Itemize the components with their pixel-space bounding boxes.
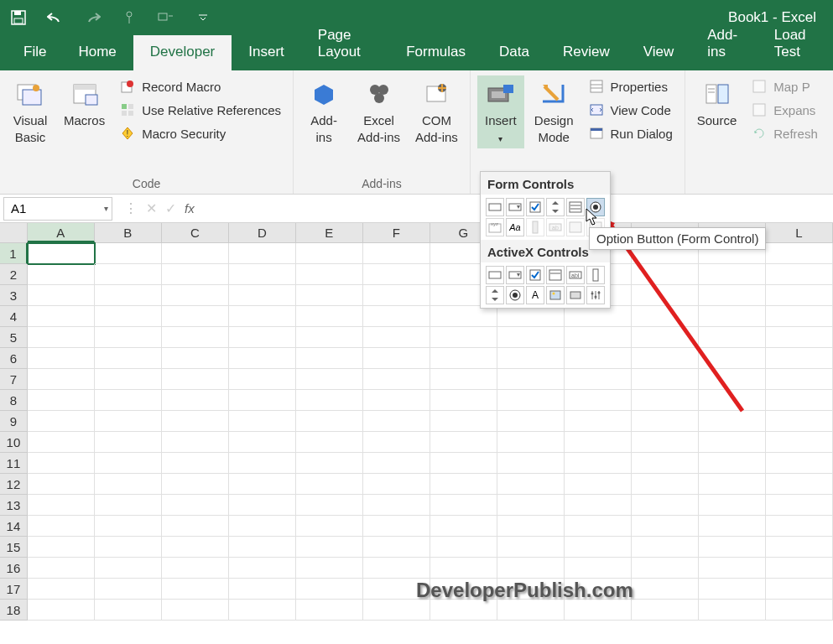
form-textfield-icon[interactable]: ab <box>546 218 565 236</box>
cell[interactable] <box>162 306 229 327</box>
cell[interactable] <box>632 285 699 306</box>
cell[interactable] <box>95 306 162 327</box>
activex-commandbutton-icon[interactable] <box>486 266 504 284</box>
cell[interactable] <box>632 369 699 390</box>
form-listbox-icon[interactable] <box>566 198 585 216</box>
cell[interactable] <box>162 558 229 579</box>
cell[interactable] <box>699 579 766 600</box>
cell[interactable] <box>497 348 565 369</box>
cell[interactable] <box>430 327 497 348</box>
cell[interactable] <box>632 537 699 558</box>
cell[interactable] <box>699 474 766 495</box>
cell[interactable] <box>95 432 162 453</box>
cell[interactable] <box>565 537 632 558</box>
col-header-L[interactable]: L <box>766 223 833 242</box>
row-header[interactable]: 13 <box>0 495 28 516</box>
cell[interactable] <box>565 474 632 495</box>
cell[interactable] <box>497 600 565 621</box>
cell[interactable] <box>229 453 296 474</box>
cell[interactable] <box>296 579 363 600</box>
cell[interactable] <box>95 558 162 579</box>
col-header-F[interactable]: F <box>363 223 430 242</box>
map-properties-button[interactable]: Map P <box>747 77 823 96</box>
cell[interactable] <box>296 432 363 453</box>
cell[interactable] <box>95 285 162 306</box>
activex-image-icon[interactable] <box>546 286 565 304</box>
cell[interactable] <box>95 453 162 474</box>
cell[interactable] <box>229 264 296 285</box>
cell[interactable] <box>632 390 699 411</box>
row-header[interactable]: 1 <box>0 243 28 264</box>
form-button-icon[interactable] <box>486 198 504 216</box>
cell[interactable] <box>632 516 699 537</box>
expansion-packs-button[interactable]: Expans <box>747 101 823 119</box>
cell[interactable] <box>28 348 95 369</box>
cell[interactable] <box>699 369 766 390</box>
cell[interactable] <box>28 306 95 327</box>
cell[interactable] <box>95 495 162 516</box>
cell[interactable] <box>632 411 699 432</box>
cell[interactable] <box>632 432 699 453</box>
cell[interactable] <box>699 327 766 348</box>
cell[interactable] <box>363 369 430 390</box>
cell[interactable] <box>95 243 162 264</box>
cell[interactable] <box>229 474 296 495</box>
cell[interactable] <box>162 453 229 474</box>
cell[interactable] <box>766 558 833 579</box>
cell[interactable] <box>565 390 632 411</box>
cell[interactable] <box>162 432 229 453</box>
form-combobox-icon[interactable] <box>506 198 524 216</box>
cell[interactable] <box>95 390 162 411</box>
cell[interactable] <box>699 390 766 411</box>
cell[interactable] <box>95 600 162 621</box>
cell[interactable] <box>363 243 430 264</box>
cell[interactable] <box>632 348 699 369</box>
qat-item-icon[interactable] <box>156 8 176 28</box>
cell[interactable] <box>632 327 699 348</box>
tab-file[interactable]: File <box>15 35 61 70</box>
cell[interactable] <box>229 285 296 306</box>
cell[interactable] <box>699 600 766 621</box>
cell[interactable] <box>565 348 632 369</box>
cell[interactable] <box>497 432 565 453</box>
cell[interactable] <box>28 516 95 537</box>
form-combo-list-icon[interactable] <box>566 218 585 236</box>
cell[interactable] <box>699 558 766 579</box>
cell[interactable] <box>699 495 766 516</box>
cell[interactable] <box>162 495 229 516</box>
visual-basic-button[interactable]: Visual Basic <box>7 75 54 148</box>
cell[interactable] <box>296 558 363 579</box>
cell[interactable] <box>296 537 363 558</box>
row-header[interactable]: 18 <box>0 600 28 621</box>
cell[interactable] <box>632 474 699 495</box>
cell[interactable] <box>565 600 632 621</box>
cell[interactable] <box>565 516 632 537</box>
cell[interactable] <box>565 411 632 432</box>
cell[interactable] <box>95 537 162 558</box>
cell[interactable] <box>296 600 363 621</box>
cell[interactable] <box>28 558 95 579</box>
cell[interactable] <box>766 306 833 327</box>
cell[interactable] <box>229 432 296 453</box>
cell[interactable] <box>363 432 430 453</box>
cell[interactable] <box>229 495 296 516</box>
row-header[interactable]: 9 <box>0 411 28 432</box>
cell[interactable] <box>363 537 430 558</box>
cell[interactable] <box>766 411 833 432</box>
row-header[interactable]: 16 <box>0 558 28 579</box>
cell[interactable] <box>430 516 497 537</box>
form-scrollbar-icon[interactable] <box>526 218 544 236</box>
cell[interactable] <box>430 537 497 558</box>
cell[interactable] <box>632 453 699 474</box>
macros-button[interactable]: Macros <box>59 75 110 132</box>
cell[interactable] <box>565 369 632 390</box>
cell[interactable] <box>28 264 95 285</box>
cell[interactable] <box>363 474 430 495</box>
cell[interactable] <box>363 264 430 285</box>
cell[interactable] <box>430 474 497 495</box>
row-header[interactable]: 14 <box>0 516 28 537</box>
cell[interactable] <box>296 474 363 495</box>
cell[interactable] <box>766 369 833 390</box>
cell[interactable] <box>632 600 699 621</box>
cell[interactable] <box>95 579 162 600</box>
